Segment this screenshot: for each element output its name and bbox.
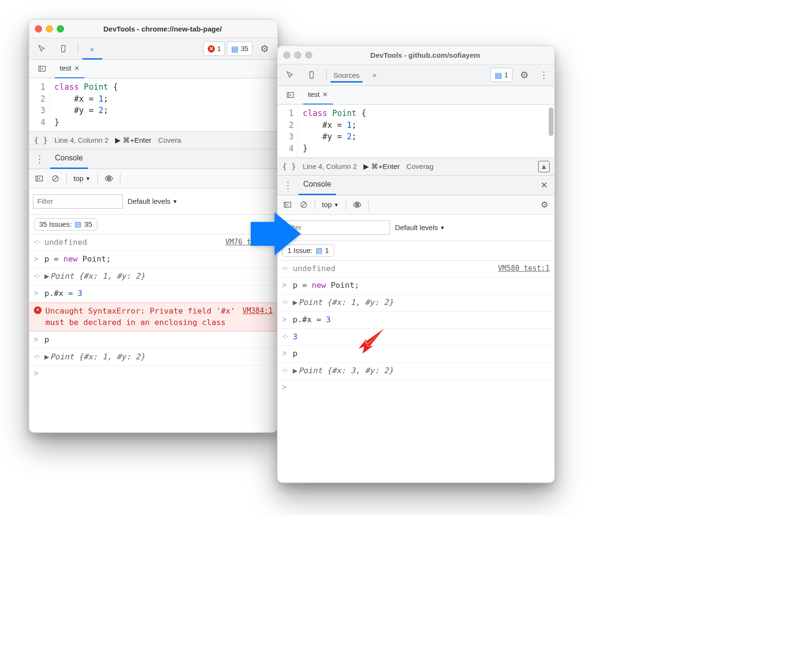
file-tab-label: test: [308, 90, 319, 98]
titlebar: DevTools - github.com/sofiayem: [277, 46, 554, 64]
issues-bar: 35 Issues: ▤ 35: [29, 215, 277, 234]
traffic-lights: [283, 52, 312, 59]
show-navigator-icon[interactable]: [280, 88, 300, 102]
more-tabs-button[interactable]: »: [364, 68, 384, 82]
svg-point-9: [356, 204, 358, 205]
red-arrow-annotation: [356, 322, 389, 357]
close-window-button[interactable]: [283, 52, 290, 59]
inspect-element-icon[interactable]: [32, 42, 52, 56]
error-icon: ✕: [208, 45, 215, 52]
expandable-object[interactable]: ▶Point {#x: 1, #y: 2}: [44, 351, 145, 363]
close-tab-icon[interactable]: ✕: [74, 64, 80, 72]
coverage-label[interactable]: Covera: [158, 136, 181, 144]
settings-icon[interactable]: ⚙: [255, 42, 275, 56]
log-input-row: > p.#x = 3: [277, 312, 554, 329]
svg-rect-0: [62, 45, 65, 52]
cursor-position: Line 4, Column 2: [303, 162, 357, 170]
sources-tab[interactable]: Sources: [330, 71, 362, 83]
file-tab-label: test: [60, 64, 71, 72]
show-navigator-icon[interactable]: [32, 62, 52, 76]
editor-statusbar: { } Line 4, Column 2 ▶ ⌘+Enter Coverag ▲: [277, 158, 554, 176]
source-link[interactable]: VM384:1: [243, 305, 273, 316]
log-input-row: > p = new Point;: [29, 251, 277, 268]
device-toolbar-icon[interactable]: [302, 68, 322, 82]
cursor-position: Line 4, Column 2: [54, 136, 108, 144]
pretty-print-icon[interactable]: { }: [282, 162, 296, 171]
device-toolbar-icon[interactable]: [54, 42, 74, 56]
minimize-window-button[interactable]: [46, 25, 53, 32]
separator: [78, 43, 78, 54]
log-output-row: <· ▶Point {#x: 1, #y: 2}: [277, 294, 554, 312]
window-title: DevTools - github.com/sofiayem: [321, 51, 549, 59]
log-input-row: > p.#x = 3: [29, 285, 277, 303]
zoom-window-button[interactable]: [57, 25, 64, 32]
console-filter-row: Default levels▼: [277, 215, 554, 241]
pretty-print-icon[interactable]: { }: [34, 136, 48, 145]
expandable-object[interactable]: ▶Point {#x: 3, #y: 2}: [293, 365, 394, 377]
console-settings-icon[interactable]: ⚙: [537, 198, 552, 212]
issues-badge[interactable]: ▤ 1: [490, 68, 512, 82]
inspect-element-icon[interactable]: [280, 68, 300, 82]
log-input-row: > p = new Point;: [277, 277, 554, 294]
live-expression-icon[interactable]: [102, 171, 116, 186]
code-content: class Point { #x = 1; #y = 2; }: [50, 78, 277, 131]
minimize-window-button[interactable]: [294, 52, 301, 59]
expandable-object[interactable]: ▶Point {#x: 1, #y: 2}: [293, 297, 394, 309]
issues-badge[interactable]: ▤ 35: [227, 42, 253, 56]
clear-console-icon[interactable]: [48, 171, 63, 186]
expandable-object[interactable]: ▶Point {#x: 1, #y: 2}: [44, 271, 145, 283]
main-toolbar: Sources » ▤ 1 ⚙ ⋮: [277, 64, 554, 86]
console-output: <· undefined VM580 test:1 > p = new Poin…: [277, 261, 554, 483]
scrollbar-thumb[interactable]: [549, 107, 553, 136]
file-tab-test[interactable]: test ✕: [55, 59, 85, 79]
log-output-row: <· 3: [277, 329, 554, 346]
file-tab-test[interactable]: test ✕: [303, 85, 333, 105]
message-icon: ▤: [74, 220, 81, 229]
drawer-menu-icon[interactable]: ⋮: [280, 180, 296, 190]
sources-tabs: test ✕: [29, 60, 277, 78]
close-window-button[interactable]: [35, 25, 42, 32]
console-prompt[interactable]: >: [277, 380, 554, 395]
run-snippet-button[interactable]: ▶ ⌘+Enter: [363, 162, 400, 171]
console-filter-input[interactable]: [33, 194, 123, 209]
code-editor[interactable]: 1 2 3 4 class Point { #x = 1; #y = 2; }: [277, 105, 554, 158]
settings-icon[interactable]: ⚙: [514, 68, 534, 82]
log-levels-selector[interactable]: Default levels▼: [395, 223, 445, 231]
errors-badge[interactable]: ✕ 1: [203, 42, 225, 56]
drawer-tabs: ⋮ Console ✕: [277, 176, 554, 195]
drawer-menu-icon[interactable]: ⋮: [32, 154, 47, 164]
error-icon: ✕: [34, 306, 42, 314]
console-output: <· undefined VM76 test:1 > p = new Point…: [29, 234, 277, 432]
code-editor[interactable]: 1 2 3 4 class Point { #x = 1; #y = 2; }: [29, 78, 277, 132]
context-selector[interactable]: top▼: [319, 200, 342, 209]
console-toolbar: top▼: [29, 169, 277, 189]
message-icon: ▤: [495, 71, 502, 80]
log-output-row: <· undefined VM580 test:1: [277, 261, 554, 278]
editor-statusbar: { } Line 4, Column 2 ▶ ⌘+Enter Covera: [29, 132, 277, 149]
console-tab[interactable]: Console: [50, 148, 88, 169]
console-prompt[interactable]: >: [29, 366, 277, 381]
log-output-row: <· ▶Point {#x: 1, #y: 2}: [29, 268, 277, 285]
errors-count: 1: [217, 45, 221, 52]
close-tab-icon[interactable]: ✕: [322, 91, 328, 98]
issues-pill[interactable]: 35 Issues: ▤ 35: [34, 218, 97, 231]
toggle-console-sidebar-icon[interactable]: [32, 171, 46, 186]
titlebar: DevTools - chrome://new-tab-page/: [29, 20, 277, 38]
traffic-lights: [35, 25, 64, 32]
coverage-label[interactable]: Coverag: [406, 162, 434, 170]
context-selector[interactable]: top▼: [71, 174, 94, 182]
log-levels-selector[interactable]: Default levels▼: [128, 197, 178, 205]
close-drawer-icon[interactable]: ✕: [537, 180, 552, 190]
live-expression-icon[interactable]: [350, 198, 364, 212]
log-error-row: ✕ Uncaught SyntaxError: Private field '#…: [29, 303, 277, 332]
run-snippet-button[interactable]: ▶ ⌘+Enter: [115, 136, 151, 145]
console-tab[interactable]: Console: [298, 175, 336, 195]
svg-rect-5: [310, 72, 314, 78]
zoom-window-button[interactable]: [305, 52, 312, 59]
collapse-drawer-icon[interactable]: ▲: [538, 161, 550, 172]
main-toolbar: » ✕ 1 ▤ 35 ⚙: [29, 38, 277, 60]
devtools-menu-icon[interactable]: ⋮: [536, 70, 552, 80]
message-icon: ▤: [231, 44, 238, 53]
source-link[interactable]: VM580 test:1: [498, 263, 550, 274]
more-tabs-button[interactable]: »: [82, 42, 102, 60]
